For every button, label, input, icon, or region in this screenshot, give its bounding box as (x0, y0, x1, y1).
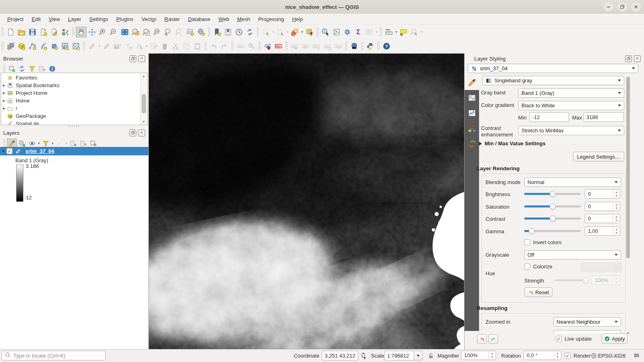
dock-splitter[interactable] (0, 125, 148, 128)
restore-button[interactable] (617, 2, 627, 12)
toolbar-drag-handle[interactable] (317, 27, 319, 36)
measure-icon[interactable] (383, 27, 394, 38)
show-layout-manager-icon[interactable] (49, 27, 60, 38)
zoom-full-icon[interactable] (119, 27, 130, 38)
toolbar-drag-handle[interactable] (286, 42, 288, 50)
strength-spin[interactable]: 100%▲▼ (592, 276, 620, 285)
toolbar-drag-handle[interactable] (257, 27, 259, 36)
renderer-combo[interactable]: Singleband gray (482, 76, 624, 85)
expand-icon[interactable]: ▶ (1, 99, 7, 103)
rotation-spin[interactable]: 0,0 °▲▼ (523, 351, 561, 360)
contrast-slider[interactable] (524, 215, 581, 222)
zoom-to-selection-icon[interactable] (130, 27, 141, 38)
open-data-source-manager-icon[interactable] (5, 41, 16, 52)
menu-processing[interactable]: Processing (254, 15, 288, 24)
apply-button[interactable]: Apply (602, 333, 627, 344)
toolbar-drag-handle[interactable] (258, 42, 261, 50)
lock-scale-icon[interactable] (427, 349, 434, 362)
select-by-form-dropdown-icon[interactable]: ▼ (286, 27, 290, 38)
attributes-tab[interactable] (465, 121, 479, 136)
styling-redo-button[interactable] (488, 334, 498, 344)
toolbar-drag-handle[interactable] (72, 27, 74, 36)
close-button[interactable] (631, 2, 641, 12)
histogram-tab[interactable] (465, 105, 479, 121)
expand-icon[interactable]: ▶ (1, 107, 7, 110)
browser-item-spatialite[interactable]: SpatiaLite (1, 120, 140, 125)
invert-colors-checkbox[interactable] (524, 239, 530, 245)
new-3d-map-view-icon[interactable] (196, 27, 206, 38)
new-geopackage-layer-icon[interactable] (16, 41, 27, 52)
menu-web[interactable]: Web (215, 15, 233, 24)
layers-float-icon[interactable] (129, 130, 136, 136)
metasearch-icon[interactable] (349, 41, 360, 52)
toolbar-drag-handle[interactable] (83, 42, 85, 50)
browser-item--[interactable]: ▶/ (1, 105, 140, 112)
menu-settings[interactable]: Settings (85, 15, 112, 24)
brightness-slider[interactable] (524, 190, 581, 197)
menu-project[interactable]: Project (3, 15, 27, 24)
new-shapefile-layer-icon[interactable] (27, 41, 38, 52)
browser-item-project-home[interactable]: ▶Project Home (1, 89, 140, 97)
render-checkbox[interactable] (565, 353, 571, 359)
minimize-button[interactable] (604, 2, 613, 12)
history-tab[interactable] (465, 136, 479, 151)
help-icon[interactable]: ? (381, 41, 392, 52)
styling-undo-button[interactable] (477, 334, 487, 344)
coordinate-input[interactable]: 3,251 43,212 (322, 351, 358, 360)
run-feature-action-dropdown-icon[interactable]: ▼ (420, 27, 423, 38)
transparency-tab[interactable] (465, 90, 479, 105)
show-unplaced-labels-icon[interactable]: abc (273, 41, 284, 52)
styling-layer-selector[interactable]: srtm_37_04 (468, 64, 638, 73)
browser-item-geopackage[interactable]: GeoPackage (1, 112, 140, 120)
expand-icon[interactable]: ▶ (1, 84, 7, 87)
identify-features-icon[interactable]: i (320, 27, 331, 38)
zoomed-out-combo-clipped[interactable] (553, 330, 621, 333)
menu-mesh[interactable]: Mesh (233, 15, 254, 24)
toolbar-drag-handle[interactable] (208, 27, 210, 36)
browser-item-favorites[interactable]: Favorites (1, 74, 140, 82)
max-input[interactable]: 3186 (584, 112, 624, 122)
vertex-tool-dropdown-icon[interactable]: ▼ (145, 41, 148, 52)
map-canvas[interactable] (148, 53, 465, 349)
minmax-settings-expander[interactable]: Min / Max Value Settings (479, 140, 546, 146)
menu-edit[interactable]: Edit (27, 15, 44, 24)
contrast-spin[interactable]: 0▲▼ (585, 214, 620, 223)
menu-vector[interactable]: Vector (138, 15, 160, 24)
browser-item-spatial-bookmarks[interactable]: ▶Spatial Bookmarks (1, 82, 140, 89)
field-calculator-icon[interactable] (331, 27, 342, 38)
map-tips-icon[interactable] (398, 27, 409, 38)
styling-scrollbar[interactable]: ▼ (626, 76, 630, 333)
styling-float-icon[interactable] (625, 55, 632, 62)
menu-view[interactable]: View (45, 15, 64, 24)
toolbar-drag-handle[interactable] (377, 42, 379, 50)
min-input[interactable]: -12 (529, 112, 569, 122)
zoom-native-icon[interactable]: 1:1 (152, 27, 163, 38)
expand-icon[interactable]: ▶ (1, 91, 7, 95)
magnifier-spin[interactable]: 100%▲▼ (461, 351, 496, 360)
new-map-view-icon[interactable] (185, 27, 196, 38)
new-virtual-layer-icon[interactable] (60, 41, 71, 52)
toolbar-drag-handle[interactable] (361, 42, 363, 50)
refresh-map-icon[interactable] (244, 27, 255, 38)
brightness-spin[interactable]: 0▲▼ (585, 189, 620, 199)
toolbar-drag-handle[interactable] (2, 42, 4, 50)
crs-globe-icon[interactable] (590, 349, 597, 362)
toolbar-drag-handle[interactable] (204, 42, 206, 50)
layer-visibility-checkbox[interactable] (6, 148, 13, 154)
statistical-summary-icon[interactable]: Σ (353, 27, 364, 38)
new-project-icon[interactable] (5, 27, 16, 38)
save-project-icon[interactable] (27, 27, 38, 38)
zoom-last-icon[interactable] (163, 27, 174, 38)
browser-close-icon[interactable]: × (138, 55, 145, 62)
new-mesh-layer-icon[interactable] (71, 41, 81, 52)
layers-close-icon[interactable]: × (138, 130, 145, 136)
gamma-slider[interactable] (524, 228, 581, 234)
processing-toolbox-icon[interactable] (342, 27, 353, 38)
legend-settings-button[interactable]: Legend Settings… (573, 152, 624, 161)
menu-layer[interactable]: Layer (64, 15, 85, 24)
live-update-checkbox[interactable] (556, 336, 562, 342)
select-features-dropdown-icon[interactable]: ▼ (271, 27, 275, 38)
strength-slider[interactable] (554, 277, 588, 283)
scale-dropdown-icon[interactable] (414, 351, 423, 360)
deselect-all-icon[interactable] (290, 27, 300, 38)
